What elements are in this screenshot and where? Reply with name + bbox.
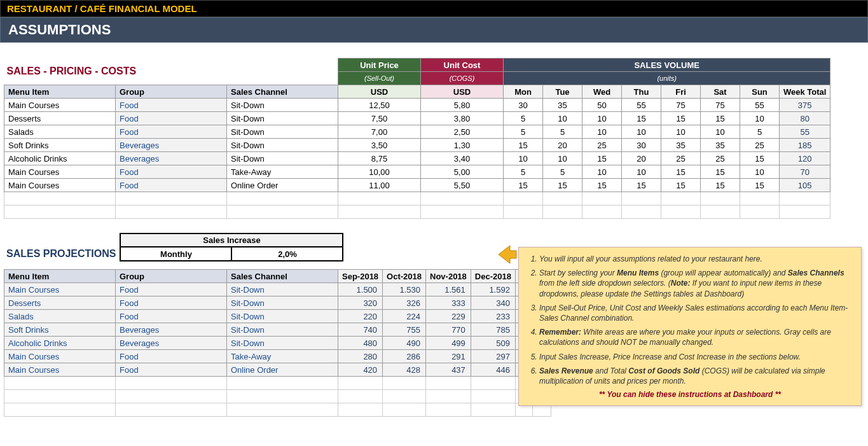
day-cell[interactable]: 5 [504, 112, 543, 125]
price-cell[interactable]: 7,50 [338, 112, 421, 125]
cost-cell[interactable]: 5,50 [421, 179, 504, 192]
day-cell[interactable]: 5 [504, 165, 543, 179]
day-cell[interactable]: 10 [543, 112, 582, 125]
group-cell: Food [116, 165, 227, 179]
day-cell[interactable]: 15 [701, 165, 740, 179]
day-cell[interactable]: 15 [622, 112, 661, 125]
day-cell[interactable]: 15 [701, 179, 740, 192]
projection-cell: 755 [383, 323, 426, 337]
day-cell[interactable]: 10 [622, 165, 661, 179]
cost-cell[interactable]: 3,80 [421, 112, 504, 125]
menu-item-cell[interactable]: Salads [4, 125, 116, 139]
week-total-cell: 80 [780, 112, 830, 125]
day-cell[interactable]: 10 [740, 165, 780, 179]
sales-increase-value[interactable]: 2,0% [231, 247, 343, 261]
day-cell[interactable]: 10 [582, 165, 622, 179]
menu-item-cell[interactable]: Alcoholic Drinks [4, 152, 116, 165]
col-week-total: Week Total [780, 85, 830, 99]
day-cell[interactable]: 15 [740, 179, 780, 192]
channel-cell[interactable]: Sit-Down [227, 112, 338, 125]
projection-cell: 446 [471, 363, 515, 377]
day-cell[interactable]: 15 [504, 139, 543, 152]
day-cell[interactable]: 35 [661, 139, 701, 152]
cost-cell[interactable]: 2,50 [421, 125, 504, 139]
day-cell[interactable]: 15 [622, 179, 661, 192]
day-cell[interactable]: 10 [740, 112, 780, 125]
price-cell[interactable]: 10,00 [338, 165, 421, 179]
projection-cell: 509 [471, 337, 515, 350]
day-cell[interactable]: 10 [582, 125, 622, 139]
day-cell[interactable]: 20 [543, 139, 582, 152]
day-cell[interactable]: 5 [740, 125, 780, 139]
day-cell[interactable]: 75 [661, 99, 701, 112]
day-cell[interactable]: 30 [504, 99, 543, 112]
day-cell[interactable]: 15 [661, 112, 701, 125]
day-cell[interactable]: 25 [740, 139, 780, 152]
channel-cell[interactable]: Sit-Down [227, 139, 338, 152]
day-cell[interactable]: 15 [661, 179, 701, 192]
day-cell[interactable]: 15 [582, 179, 622, 192]
day-cell[interactable]: 35 [543, 99, 582, 112]
day-cell[interactable]: 5 [543, 165, 582, 179]
channel-cell[interactable]: Sit-Down [227, 152, 338, 165]
unit-cost-sub: (COGS) [421, 72, 504, 85]
day-cell[interactable]: 15 [504, 179, 543, 192]
table-row: SaladsFoodSit-Down7,002,505510101010555 [4, 125, 830, 139]
col-wed: Wed [582, 85, 622, 99]
menu-item-cell[interactable]: Main Courses [4, 99, 116, 112]
price-cell[interactable]: 11,00 [338, 179, 421, 192]
price-cell[interactable]: 8,75 [338, 152, 421, 165]
day-cell[interactable]: 15 [582, 152, 622, 165]
channel-cell[interactable]: Online Order [227, 179, 338, 192]
channel-cell[interactable]: Sit-Down [227, 125, 338, 139]
col-month: Nov-2018 [426, 270, 471, 283]
price-cell[interactable]: 7,00 [338, 125, 421, 139]
day-cell[interactable]: 15 [701, 112, 740, 125]
price-cell[interactable]: 3,50 [338, 139, 421, 152]
day-cell[interactable]: 25 [661, 152, 701, 165]
projection-cell: 428 [383, 363, 426, 377]
day-cell[interactable]: 55 [740, 99, 780, 112]
day-cell[interactable]: 50 [582, 99, 622, 112]
day-cell[interactable]: 10 [582, 112, 622, 125]
menu-item-cell[interactable]: Soft Drinks [4, 139, 116, 152]
col-tue: Tue [543, 85, 582, 99]
menu-item-cell[interactable]: Main Courses [4, 179, 116, 192]
day-cell[interactable]: 75 [701, 99, 740, 112]
projection-cell: 785 [471, 323, 515, 337]
projection-cell: 286 [383, 350, 426, 363]
group-cell: Food [116, 125, 227, 139]
day-cell[interactable]: 10 [622, 125, 661, 139]
day-cell[interactable]: 20 [622, 152, 661, 165]
day-cell[interactable]: 15 [740, 152, 780, 165]
day-cell[interactable]: 25 [582, 139, 622, 152]
sales-increase-header: Sales Increase [120, 233, 343, 247]
day-cell[interactable]: 5 [504, 125, 543, 139]
day-cell[interactable]: 15 [661, 165, 701, 179]
day-cell[interactable]: 25 [701, 152, 740, 165]
day-cell[interactable]: 10 [543, 152, 582, 165]
price-cell[interactable]: 12,50 [338, 99, 421, 112]
day-cell[interactable]: 35 [701, 139, 740, 152]
group-cell: Food [116, 363, 227, 377]
col-group: Group [116, 85, 227, 99]
menu-item-cell[interactable]: Desserts [4, 112, 116, 125]
day-cell[interactable]: 10 [661, 125, 701, 139]
group-cell: Food [116, 179, 227, 192]
channel-cell[interactable]: Sit-Down [227, 99, 338, 112]
day-cell[interactable]: 15 [543, 179, 582, 192]
sales-volume-sub: (units) [504, 72, 830, 85]
channel-cell[interactable]: Take-Away [227, 165, 338, 179]
cost-cell[interactable]: 5,80 [421, 99, 504, 112]
cost-cell[interactable]: 1,30 [421, 139, 504, 152]
day-cell[interactable]: 10 [701, 125, 740, 139]
day-cell[interactable]: 5 [543, 125, 582, 139]
week-total-cell: 105 [780, 179, 830, 192]
cost-cell[interactable]: 3,40 [421, 152, 504, 165]
day-cell[interactable]: 55 [622, 99, 661, 112]
menu-item-cell[interactable]: Main Courses [4, 165, 116, 179]
sales-increase-label: Monthly [120, 247, 231, 261]
cost-cell[interactable]: 5,00 [421, 165, 504, 179]
day-cell[interactable]: 10 [504, 152, 543, 165]
day-cell[interactable]: 30 [622, 139, 661, 152]
